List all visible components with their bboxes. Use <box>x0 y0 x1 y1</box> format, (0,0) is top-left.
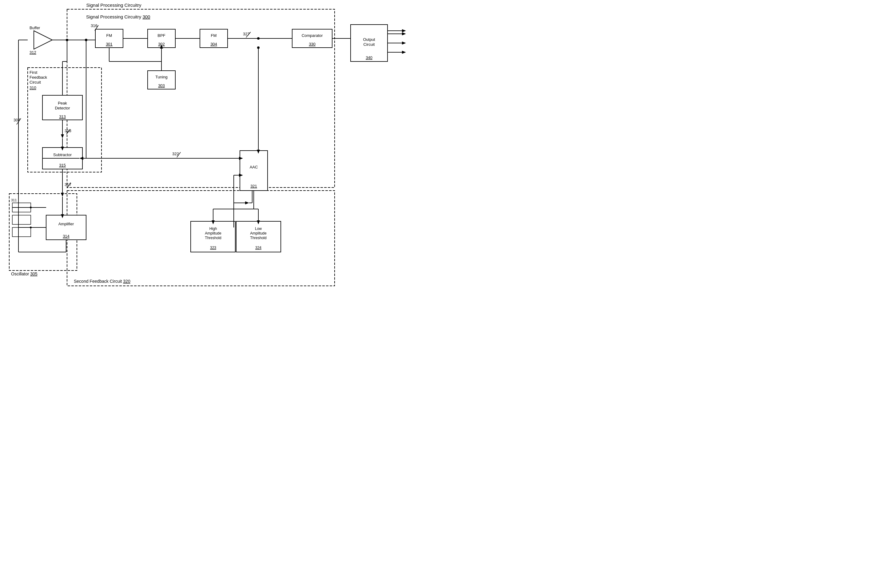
svg-text:304: 304 <box>210 42 217 46</box>
wire316-label: 316 <box>91 23 97 28</box>
svg-text:313: 313 <box>59 114 66 119</box>
subtractor-label: Subtractor <box>53 152 72 157</box>
svg-marker-65 <box>402 29 406 32</box>
signal-processing-label: Signal Processing Circuitry <box>86 3 141 8</box>
tuning303-label: Tuning <box>155 75 167 79</box>
svg-text:330: 330 <box>309 42 316 46</box>
svg-point-102 <box>257 46 260 49</box>
second-feedback-label: Second Feedback Circuit 320 <box>74 279 130 284</box>
svg-text:314: 314 <box>63 234 69 239</box>
buffer-label: Buffer <box>30 25 40 30</box>
aac321-label: AAC <box>250 165 258 169</box>
wire322-label: 322 <box>172 152 179 156</box>
first-feedback-label: First <box>30 70 37 75</box>
wire327-label: 327 <box>243 32 250 36</box>
fm301-label: FM <box>106 33 112 38</box>
amplifier-label: Amplifier <box>58 222 74 226</box>
low-amplitude-label: Low <box>255 227 262 231</box>
sp-title: Signal Processing Circuitry 300 <box>86 14 150 19</box>
svg-marker-59 <box>402 32 406 35</box>
svg-text:Threshold: Threshold <box>205 236 221 240</box>
svg-text:Circuit: Circuit <box>364 42 375 47</box>
svg-text:303: 303 <box>158 83 165 88</box>
oscillator-label: Oscillator 305 <box>11 272 37 276</box>
comparator-label: Comparator <box>302 33 323 38</box>
svg-text:Amplitude: Amplitude <box>205 231 221 236</box>
svg-marker-80 <box>61 193 64 197</box>
svg-marker-7 <box>34 31 52 49</box>
svg-text:340: 340 <box>366 55 373 60</box>
svg-text:Circuit: Circuit <box>30 80 41 85</box>
circuit-diagram: Signal Processing Circuitry Signal Proce… <box>0 0 436 294</box>
fm304-label: FM <box>211 33 217 38</box>
svg-text:324: 324 <box>255 246 262 250</box>
wire307-label: 307 <box>13 118 20 122</box>
peak-detector-label: Peak <box>58 101 67 106</box>
svg-text:301: 301 <box>106 42 112 46</box>
svg-marker-63 <box>402 51 406 54</box>
svg-text:310: 310 <box>30 85 36 90</box>
osc-num: 311 <box>11 198 16 202</box>
svg-marker-113 <box>245 201 249 204</box>
high-amplitude-label: High <box>210 227 217 231</box>
svg-text:315: 315 <box>59 163 66 167</box>
bpf302-label: BPF <box>157 33 165 38</box>
svg-text:323: 323 <box>210 246 216 250</box>
svg-text:321: 321 <box>250 184 257 188</box>
svg-text:312: 312 <box>30 50 36 55</box>
svg-text:Feedback: Feedback <box>30 75 47 80</box>
svg-rect-85 <box>12 227 31 237</box>
svg-marker-61 <box>402 42 406 45</box>
output-circuit-label: Output <box>363 37 375 42</box>
svg-text:Threshold: Threshold <box>250 236 266 240</box>
svg-marker-71 <box>61 134 64 138</box>
svg-text:Detector: Detector <box>55 106 70 110</box>
svg-rect-84 <box>12 215 31 224</box>
svg-text:Amplitude: Amplitude <box>250 231 266 236</box>
